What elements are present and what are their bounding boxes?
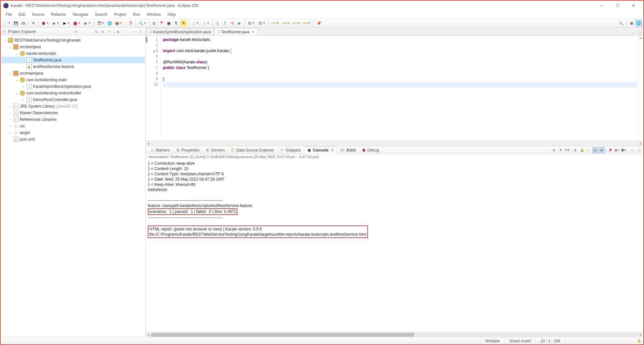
pin-console-icon[interactable]: 📌 — [607, 147, 613, 153]
tree-ctrl[interactable]: ›JDemoRestController.java — [1, 96, 145, 103]
console-hscroll[interactable]: ◄► — [146, 332, 643, 337]
skip-icon[interactable]: ⤴ — [222, 20, 228, 26]
code-editor[interactable]: 1 2 ⊞3 5 6 7 8 9 10 package karate.tests… — [146, 36, 643, 141]
step-icon[interactable]: ⤵ — [214, 20, 221, 26]
run-last-icon[interactable]: ⬤ — [72, 20, 78, 26]
block-sel-icon[interactable]: ▦ — [166, 20, 172, 26]
open-console-icon[interactable]: ➕▾ — [620, 147, 626, 153]
code-content[interactable]: package karate.testscripts; import com.i… — [161, 36, 637, 141]
show-stdout-icon[interactable]: ▣ — [599, 147, 605, 153]
pin-tab-icon[interactable]: ✕ — [251, 30, 255, 34]
show-whitespace-icon[interactable]: ¶ — [173, 20, 179, 26]
toggle-breadcrumb-icon[interactable]: ◧ — [151, 20, 158, 26]
prev-annotation-icon[interactable]: ↑ — [201, 20, 207, 26]
tab-junit[interactable]: JUJUnit — [337, 147, 358, 154]
pin-editor-icon[interactable]: 📍 — [158, 20, 165, 26]
ws-icon[interactable]: 🗀 — [246, 20, 253, 26]
terminate-icon[interactable]: ■ — [551, 147, 557, 153]
link-editor-icon[interactable]: ⇆ — [100, 29, 106, 34]
tree-reflib[interactable]: ›≡Referenced Libraries — [1, 116, 145, 123]
undo-icon[interactable]: ↶ — [30, 20, 37, 26]
open-type-icon[interactable]: ❓ — [127, 20, 134, 26]
tab-console[interactable]: ▣Console✕ — [304, 147, 337, 154]
new-server-icon[interactable]: 🗔 — [96, 20, 103, 26]
minimize-editor-icon[interactable]: — — [631, 30, 636, 35]
tree-feature[interactable]: ◆testRestService.feature — [1, 63, 145, 70]
minimize-panel-icon[interactable]: — — [629, 147, 635, 153]
word-wrap-icon[interactable]: ↵ — [586, 147, 592, 153]
coverage-icon[interactable]: ▶ — [61, 20, 68, 26]
fwd-icon[interactable]: ⟹ — [281, 20, 288, 26]
open-perspective-icon[interactable]: ⊞ — [628, 20, 635, 26]
menu-run[interactable]: Run — [130, 11, 143, 18]
run-icon[interactable]: ▶ — [51, 20, 57, 26]
tree-pkg-main2[interactable]: ⌄com.tools4testing.restcontroller — [1, 90, 145, 96]
quick-access-icon[interactable]: 🔍 — [618, 20, 625, 26]
filter-icon[interactable]: ▽ — [107, 29, 112, 34]
menu-edit[interactable]: Edit — [15, 11, 28, 18]
tab-properties[interactable]: ☰Properties — [173, 147, 202, 154]
maximize-view-icon[interactable]: ☐ — [138, 29, 143, 34]
back-icon[interactable]: ⟸ — [270, 20, 277, 26]
search-icon[interactable]: 🔍 — [138, 20, 144, 26]
tree-src-main[interactable]: ⌄src/main/java — [1, 70, 145, 77]
tree-app[interactable]: ›JKarateSprintBootApplication.java — [1, 83, 145, 90]
tree-maven[interactable]: ›≡Maven Dependencies — [1, 110, 145, 116]
tab-markers[interactable]: ⚠Markers — [147, 147, 172, 154]
new-pkg-icon[interactable]: 📦 — [114, 20, 120, 26]
display-console-icon[interactable]: ▣▾ — [614, 147, 620, 153]
menu-source[interactable]: Source — [29, 11, 47, 18]
show-console-icon[interactable]: ▣ — [592, 147, 598, 153]
scroll-lock-icon[interactable]: 🔒 — [579, 147, 585, 153]
editor-hscroll[interactable]: ◄► — [146, 141, 643, 146]
pin-view-icon[interactable]: ✕ — [75, 29, 78, 34]
history-fwd-icon[interactable]: ⟹ — [302, 20, 309, 26]
tree-src[interactable]: ›🗀src — [1, 123, 145, 129]
toggle-highlight-icon[interactable]: ✎ — [180, 20, 187, 26]
new-icon[interactable]: 📄 — [2, 20, 9, 26]
next-annotation-icon[interactable]: ↓ — [190, 20, 197, 26]
relaunch-icon[interactable]: ⟲ — [229, 20, 235, 26]
menu-help[interactable]: Help — [165, 11, 179, 18]
tree-pom[interactable]: xpom.xml — [1, 136, 145, 143]
remove-all-icon[interactable]: ✖✖ — [564, 147, 570, 153]
overview-ruler[interactable] — [637, 36, 643, 141]
tab-debug[interactable]: 🐞Debug — [359, 147, 382, 154]
clear-console-icon[interactable]: 🗑 — [572, 147, 578, 153]
view-menu-icon[interactable]: ⋮ — [122, 29, 128, 34]
menu-refactor[interactable]: Refactor — [48, 11, 69, 18]
project-tree[interactable]: ⌄RESTWebServiceTestingUsingKarate ⌄src/t… — [1, 36, 145, 337]
editor-tab-testrunner[interactable]: JTestRunner.java✕ — [214, 28, 257, 35]
minimize-button[interactable]: — — [595, 2, 609, 10]
heap-status-icon[interactable]: 🗑 — [637, 339, 641, 343]
console-output[interactable]: 1 < Connection: keep-alive1 < Content-Le… — [146, 159, 643, 332]
tree-jre[interactable]: ›≡JRE System Library [JavaSE-11] — [1, 103, 145, 110]
tree-pkg-test[interactable]: ⌄karate.testscripts — [1, 50, 145, 57]
focus-icon[interactable]: ◐ — [116, 29, 121, 34]
tree-target[interactable]: ›🗀target — [1, 129, 145, 136]
history-back-icon[interactable]: ⟸ — [291, 20, 298, 26]
menu-project[interactable]: Project — [111, 11, 129, 18]
tree-pkg-main1[interactable]: ⌄com.tools4testing.main — [1, 77, 145, 83]
editor-tab-app[interactable]: JKarateSprintBootApplication.java — [146, 28, 214, 35]
tree-src-test[interactable]: ⌄src/test/java — [1, 44, 145, 50]
menu-navigate[interactable]: Navigate — [70, 11, 91, 18]
menu-file[interactable]: File — [3, 11, 15, 18]
maximize-panel-icon[interactable]: ☐ — [636, 147, 642, 153]
remove-launch-icon[interactable]: ✖ — [558, 147, 564, 153]
tree-project[interactable]: ⌄RESTWebServiceTestingUsingKarate — [1, 37, 145, 44]
new-web-icon[interactable]: 🌐 — [107, 20, 113, 26]
tab-dse[interactable]: 🗄Data Source Explorer — [228, 147, 277, 154]
save-icon[interactable]: 💾 — [13, 20, 19, 26]
maximize-button[interactable]: ☐ — [610, 2, 625, 10]
stop-icon[interactable]: ▶ — [236, 20, 243, 26]
maximize-editor-icon[interactable]: ☐ — [637, 30, 642, 35]
save-all-icon[interactable]: 🗃 — [20, 20, 26, 26]
collapse-all-icon[interactable]: ⊟ — [94, 29, 99, 34]
minimize-view-icon[interactable]: — — [132, 29, 137, 34]
ext-tools-icon[interactable]: ▶ — [82, 20, 89, 26]
tab-snippets[interactable]: ✂Snippets — [277, 147, 304, 154]
java-ee-perspective-icon[interactable]: 🌐 — [635, 20, 642, 26]
debug-icon[interactable]: 🐞 — [40, 20, 47, 26]
tree-testrunner[interactable]: JTestRunner.java — [1, 57, 145, 63]
